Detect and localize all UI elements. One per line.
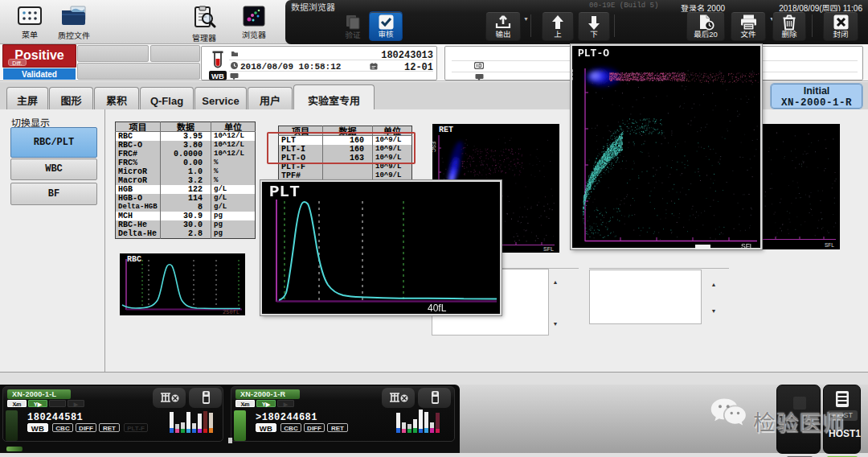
svg-text:WB: WB: [211, 72, 224, 80]
svg-text:250fL: 250fL: [223, 309, 240, 315]
svg-text:40fL: 40fL: [428, 303, 447, 314]
